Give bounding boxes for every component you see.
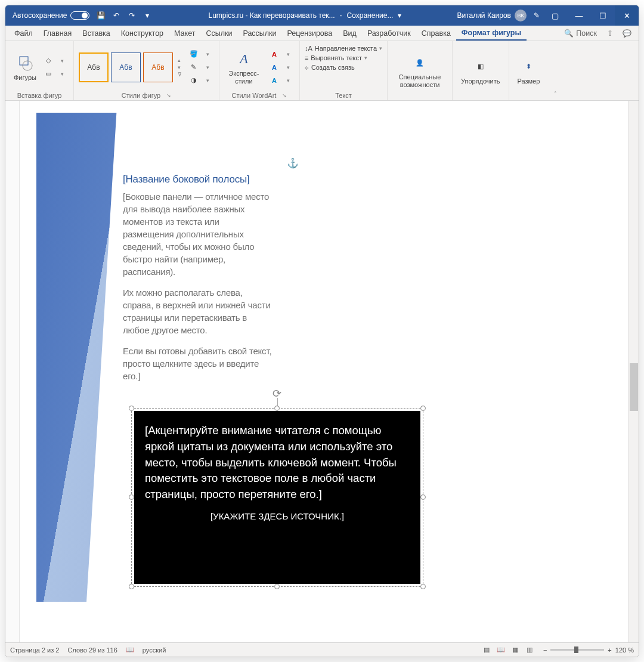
drawing-icon[interactable]: ✎ — [530, 11, 543, 20]
resize-handle[interactable] — [274, 406, 280, 411]
dialog-launcher-icon[interactable]: ↘ — [282, 92, 287, 98]
scroll-thumb[interactable] — [630, 363, 638, 411]
ribbon: Фигуры ◇▾ ▭▾ Вставка фигур Абв Абв Абв ▴… — [5, 41, 639, 101]
shape-fill-icon[interactable]: 🪣 — [188, 49, 200, 60]
tab-view[interactable]: Вид — [338, 27, 362, 40]
ribbon-options-icon[interactable]: ▢ — [543, 5, 567, 26]
styles-more-icon[interactable]: ▴ — [178, 57, 182, 63]
anchor-icon[interactable]: ⚓ — [287, 157, 299, 169]
shape-outline-icon[interactable]: ✎ — [188, 62, 200, 73]
resize-handle[interactable] — [129, 584, 134, 589]
doc-name: Lumpics.ru - Как переворачивать тек... — [208, 11, 335, 20]
group-text: ↕AНаправление текста▾ ≡Выровнять текст▾ … — [300, 41, 388, 100]
resize-handle[interactable] — [129, 406, 134, 411]
maximize-button[interactable]: ☐ — [591, 5, 615, 26]
text-box-icon[interactable]: ▭ — [42, 69, 54, 79]
title-bar: Автосохранение 💾 ↶ ↷ ▾ Lumpics.ru - Как … — [5, 5, 639, 26]
resize-handle[interactable] — [420, 494, 426, 500]
word-count[interactable]: Слово 29 из 116 — [67, 646, 117, 654]
print-layout-icon[interactable]: ▦ — [510, 645, 521, 655]
resize-handle[interactable] — [274, 584, 280, 589]
tab-home[interactable]: Главная — [38, 27, 78, 40]
quick-access-toolbar: 💾 ↶ ↷ ▾ — [95, 10, 153, 21]
group-shape-styles: Абв Абв Абв ▴ ▾ ⊽ 🪣▾ ✎▾ ◑▾ Стили фигур↘ — [74, 41, 219, 100]
user-name: Виталий Каиров — [457, 11, 511, 20]
app-window: Автосохранение 💾 ↶ ↷ ▾ Lumpics.ru - Как … — [5, 5, 639, 657]
tab-mailings[interactable]: Рассылки — [237, 27, 281, 40]
document-title: Lumpics.ru - Как переворачивать тек... -… — [153, 11, 457, 20]
dialog-launcher-icon[interactable]: ↘ — [166, 92, 171, 98]
tab-review[interactable]: Рецензирова — [282, 27, 338, 40]
redo-icon[interactable]: ↷ — [126, 10, 137, 21]
close-button[interactable]: ✕ — [615, 5, 639, 26]
group-size: ⬍ Размер — [509, 41, 549, 100]
zoom-slider[interactable] — [550, 649, 604, 651]
blue-sidebar-shape[interactable] — [36, 113, 120, 602]
zoom-out-button[interactable]: − — [543, 646, 547, 654]
zoom-in-button[interactable]: + — [608, 646, 611, 654]
create-link-button[interactable]: ⟐Создать связь — [305, 63, 382, 72]
accessibility-button[interactable]: 👤 Специальные возможности — [392, 51, 447, 90]
spellcheck-icon[interactable]: 📖 — [126, 646, 134, 654]
read-mode-icon[interactable]: 📖 — [496, 645, 506, 655]
minimize-button[interactable]: — — [567, 5, 591, 26]
tab-help[interactable]: Справка — [416, 27, 456, 40]
sidebar-text-block[interactable]: [Название боковой полосы] [Боковые панел… — [123, 172, 272, 391]
status-bar: Страница 2 из 2 Слово 29 из 116 📖 русски… — [5, 642, 639, 657]
svg-point-1 — [23, 61, 32, 70]
comments-button[interactable]: 💬 — [620, 27, 634, 39]
sidebar-title: [Название боковой полосы] — [123, 172, 272, 187]
page-viewport[interactable]: ⚓ [Название боковой полосы] [Боковые пан… — [20, 101, 628, 642]
text-outline-icon[interactable]: A — [268, 62, 280, 73]
text-fill-icon[interactable]: A — [268, 49, 280, 60]
shape-style-3[interactable]: Абв — [143, 52, 173, 82]
sidebar-paragraph-1: [Боковые панели — отличное место для выв… — [123, 190, 272, 278]
zoom-value[interactable]: 120 % — [615, 646, 634, 654]
page-count[interactable]: Страница 2 из 2 — [10, 646, 59, 654]
page: ⚓ [Название боковой полосы] [Боковые пан… — [36, 101, 609, 642]
qat-dropdown-icon[interactable]: ▾ — [142, 10, 153, 21]
resize-handle[interactable] — [420, 584, 426, 589]
search-box[interactable]: 🔍Поиск — [564, 29, 597, 38]
focus-mode-icon[interactable]: ▤ — [481, 645, 492, 655]
link-icon: ⟐ — [305, 64, 309, 71]
tab-file[interactable]: Файл — [9, 27, 38, 40]
group-label-text: Текст — [305, 91, 382, 99]
resize-handle[interactable] — [129, 494, 134, 500]
save-icon[interactable]: 💾 — [95, 10, 106, 21]
autosave[interactable]: Автосохранение — [13, 11, 89, 20]
align-text-button[interactable]: ≡Выровнять текст▾ — [305, 53, 382, 63]
saving-status: Сохранение... — [347, 11, 394, 20]
vertical-scrollbar[interactable] — [628, 101, 639, 642]
tab-references[interactable]: Ссылки — [200, 27, 237, 40]
selection-frame[interactable] — [131, 408, 423, 587]
shape-effects-icon[interactable]: ◑ — [188, 75, 200, 86]
tab-insert[interactable]: Вставка — [77, 27, 115, 40]
user-account[interactable]: Виталий Каиров ВК — [457, 10, 527, 21]
document-area: ⚓ [Название боковой полосы] [Боковые пан… — [5, 101, 639, 642]
edit-shape-icon[interactable]: ◇ — [42, 55, 54, 66]
sidebar-paragraph-2: Их можно располагать слева, справа, в ве… — [123, 286, 272, 336]
text-effects-icon[interactable]: A — [268, 75, 280, 86]
arrange-button[interactable]: ◧ Упорядочить — [457, 55, 503, 87]
tab-developer[interactable]: Разработчик — [362, 27, 416, 40]
view-modes: ▤ 📖 ▦ ▥ — [481, 645, 535, 655]
language[interactable]: русский — [143, 646, 166, 654]
search-icon: 🔍 — [564, 29, 574, 38]
collapse-ribbon-icon[interactable]: ˆ — [548, 41, 562, 100]
group-label-insert-shapes: Вставка фигур — [10, 91, 69, 99]
shape-style-1[interactable]: Абв — [79, 52, 109, 82]
web-layout-icon[interactable]: ▥ — [524, 645, 535, 655]
tab-shape-format[interactable]: Формат фигуры — [456, 26, 527, 41]
express-styles-button[interactable]: A Экспресс-стили — [224, 47, 264, 86]
autosave-toggle[interactable] — [70, 11, 89, 20]
resize-handle[interactable] — [420, 406, 426, 411]
shape-style-2[interactable]: Абв — [111, 52, 141, 82]
share-button[interactable]: ⇧ — [603, 27, 617, 39]
size-button[interactable]: ⬍ Размер — [514, 55, 544, 87]
tab-layout[interactable]: Макет — [169, 27, 200, 40]
shapes-button[interactable]: Фигуры — [10, 51, 40, 83]
undo-icon[interactable]: ↶ — [111, 10, 122, 21]
tab-design[interactable]: Конструктор — [116, 27, 169, 40]
text-direction-button[interactable]: ↕AНаправление текста▾ — [305, 44, 382, 53]
